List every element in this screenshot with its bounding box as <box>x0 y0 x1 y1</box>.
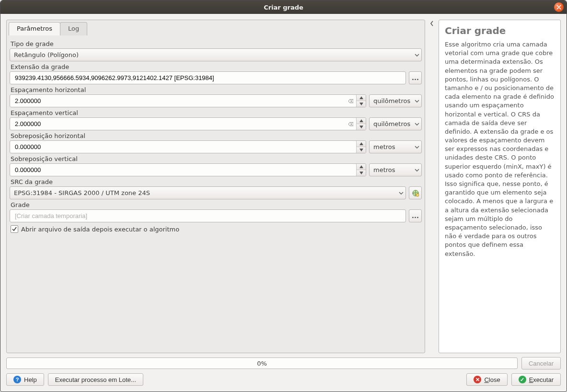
help-label: Help <box>24 376 37 383</box>
run-button[interactable]: ✓ Executar <box>511 373 561 386</box>
backspace-icon <box>348 122 353 127</box>
crs-picker-button[interactable] <box>409 186 422 199</box>
v-spacing-field[interactable] <box>14 120 346 128</box>
chevron-down-icon <box>399 191 404 196</box>
chevron-down-icon <box>415 122 419 127</box>
open-after-checkbox-row: Abrir arquivo de saída depois executar o… <box>11 225 422 233</box>
chevron-left-icon <box>430 21 434 26</box>
close-button[interactable]: ✕ Close <box>466 373 507 386</box>
h-overlay-step-up[interactable] <box>357 141 366 147</box>
v-overlay-stepper <box>356 164 366 176</box>
h-spacing-spin[interactable] <box>10 94 366 107</box>
cancel-button: Cancelar <box>521 357 561 369</box>
label-grid-type: Tipo de grade <box>11 40 422 47</box>
h-overlay-spin[interactable] <box>10 140 366 153</box>
dialog-body: Parâmetros Log Tipo de grade Retângulo (… <box>0 14 567 392</box>
error-icon: ✕ <box>474 376 481 383</box>
tab-bar: Parâmetros Log <box>9 22 423 35</box>
parameters-panel: Tipo de grade Retângulo (Polígono) Exten… <box>9 37 423 350</box>
backspace-icon <box>348 99 353 104</box>
chevron-down-icon <box>415 99 419 104</box>
h-spacing-step-down[interactable] <box>357 101 366 107</box>
v-overlay-unit-select[interactable]: metros <box>369 163 422 176</box>
dialog-window: Criar grade Parâmetros Log Tipo de grade… <box>0 0 567 392</box>
window-title: Criar grade <box>264 4 303 11</box>
v-overlay-step-up[interactable] <box>357 164 366 170</box>
ellipsis-icon: ... <box>412 212 419 219</box>
grid-crs-value: EPSG:31984 - SIRGAS 2000 / UTM zone 24S <box>14 189 150 196</box>
h-spacing-clear-button[interactable] <box>346 95 356 107</box>
h-overlay-unit-select[interactable]: metros <box>369 140 422 153</box>
tab-log[interactable]: Log <box>60 22 87 35</box>
v-overlay-spin[interactable] <box>10 163 366 176</box>
h-spacing-stepper <box>356 95 366 107</box>
v-spacing-clear-button[interactable] <box>346 118 356 130</box>
v-overlay-unit-value: metros <box>373 166 395 173</box>
progress-bar: 0% <box>6 357 518 369</box>
output-menu-button[interactable]: ... <box>409 209 422 222</box>
globe-icon <box>412 189 419 197</box>
cancel-label: Cancelar <box>529 360 554 367</box>
tab-log-label: Log <box>68 25 79 32</box>
close-label: Close <box>484 376 500 383</box>
h-overlay-field[interactable] <box>14 143 356 151</box>
v-spacing-step-up[interactable] <box>357 118 366 124</box>
label-h-spacing: Espaçamento horizontal <box>11 86 422 93</box>
ok-icon: ✓ <box>519 376 526 383</box>
h-spacing-field[interactable] <box>14 97 346 105</box>
v-spacing-step-down[interactable] <box>357 124 366 130</box>
run-batch-button[interactable]: Executar processo em Lote... <box>48 373 143 386</box>
h-overlay-step-down[interactable] <box>357 147 366 153</box>
h-spacing-step-up[interactable] <box>357 95 366 101</box>
open-after-checkbox[interactable] <box>11 225 18 233</box>
help-body: Esse algoritmo cria uma camada vetorial … <box>445 40 555 258</box>
grid-type-combo[interactable]: Retângulo (Polígono) <box>10 48 422 61</box>
close-icon <box>556 5 561 10</box>
chevron-down-icon <box>415 53 419 58</box>
grid-extent-field[interactable] <box>14 74 402 82</box>
label-grid-output: Grade <box>11 201 422 208</box>
run-batch-label: Executar processo em Lote... <box>55 376 136 383</box>
v-spacing-unit-value: quilômetros <box>373 120 410 127</box>
grid-crs-combo[interactable]: EPSG:31984 - SIRGAS 2000 / UTM zone 24S <box>10 186 406 199</box>
v-spacing-stepper <box>356 118 366 130</box>
run-label: Executar <box>529 376 554 383</box>
label-h-overlay: Sobreposição horizontal <box>11 132 422 139</box>
output-input[interactable] <box>10 209 406 222</box>
open-after-label: Abrir arquivo de saída depois executar o… <box>21 226 179 233</box>
help-collapse-handle[interactable] <box>429 20 435 353</box>
v-overlay-field[interactable] <box>14 166 356 174</box>
v-overlay-step-down[interactable] <box>357 170 366 176</box>
label-grid-crs: SRC da grade <box>11 178 422 185</box>
grid-extent-input[interactable] <box>10 71 406 84</box>
progress-row: 0% Cancelar <box>6 357 561 369</box>
label-v-overlay: Sobreposição vertical <box>11 155 422 162</box>
bottom-area: 0% Cancelar ? Help Executar processo em … <box>6 357 561 386</box>
svg-point-1 <box>416 194 419 196</box>
h-overlay-stepper <box>356 141 366 153</box>
help-button[interactable]: ? Help <box>6 373 44 386</box>
parameters-pane: Parâmetros Log Tipo de grade Retângulo (… <box>6 20 425 353</box>
chevron-down-icon <box>415 168 419 173</box>
ellipsis-icon: ... <box>412 74 419 81</box>
progress-text: 0% <box>257 360 267 367</box>
button-row: ? Help Executar processo em Lote... ✕ Cl… <box>6 373 561 386</box>
v-spacing-unit-select[interactable]: quilômetros <box>369 117 422 130</box>
grid-type-value: Retângulo (Polígono) <box>14 51 79 58</box>
content-split: Parâmetros Log Tipo de grade Retângulo (… <box>6 20 561 353</box>
tab-parameters-label: Parâmetros <box>17 25 52 32</box>
h-overlay-unit-value: metros <box>373 143 395 150</box>
help-title: Criar grade <box>445 25 555 36</box>
tab-parameters[interactable]: Parâmetros <box>9 22 60 35</box>
help-pane: Criar grade Esse algoritmo cria uma cama… <box>439 20 561 353</box>
v-spacing-spin[interactable] <box>10 117 366 130</box>
h-spacing-unit-value: quilômetros <box>373 97 410 104</box>
window-close-button[interactable] <box>554 2 564 12</box>
output-field[interactable] <box>14 212 402 220</box>
titlebar: Criar grade <box>0 0 567 14</box>
check-icon <box>12 226 17 232</box>
chevron-down-icon <box>415 145 419 150</box>
label-grid-extent: Extensão da grade <box>11 63 422 70</box>
grid-extent-menu-button[interactable]: ... <box>409 71 422 84</box>
h-spacing-unit-select[interactable]: quilômetros <box>369 94 422 107</box>
